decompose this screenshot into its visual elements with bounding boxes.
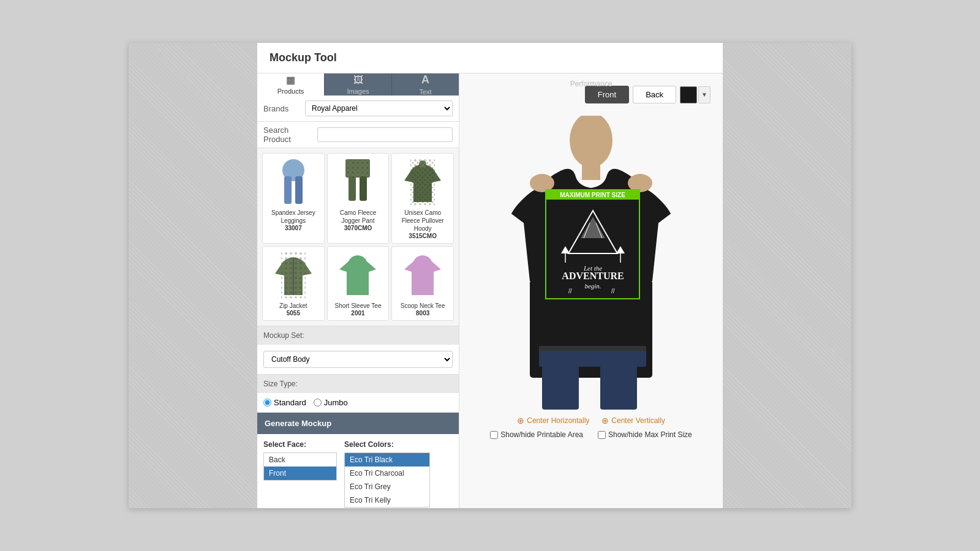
tab-text-label: Text (419, 88, 431, 96)
content-row: ▦ Products 🖼 Images A Text (257, 73, 723, 508)
product-card-tee[interactable]: Short Sleeve Tee 2001 (327, 246, 390, 321)
radio-jumbo[interactable]: Jumbo (314, 398, 348, 407)
tab-products[interactable]: ▦ Products (257, 73, 325, 96)
swatch-dropdown-arrow[interactable]: ▼ (698, 86, 710, 103)
product-name-camo-jogger: Camo Fleece Jogger Pant (331, 209, 385, 225)
outer-wrapper: Mockup Tool ▦ Products 🖼 Images (0, 0, 980, 551)
radio-standard-input[interactable] (263, 399, 271, 407)
face-item-back[interactable]: Back (264, 453, 336, 467)
svg-rect-20 (582, 162, 600, 180)
bottom-controls: ⊕ Center Horizontally ⊕ Center Verticall… (490, 416, 692, 439)
svg-rect-4 (349, 176, 356, 201)
radio-standard-label: Standard (274, 398, 306, 407)
align-buttons: ⊕ Center Horizontally ⊕ Center Verticall… (517, 416, 665, 425)
products-icon: ▦ (286, 74, 295, 86)
app-title: Mockup Tool (270, 51, 337, 64)
product-img-tee (333, 250, 382, 299)
svg-rect-11 (410, 159, 435, 205)
face-list: Back Front (263, 452, 337, 481)
print-area: MAXIMUM PRINT SIZE (545, 189, 640, 299)
svg-text:ADVENTURE: ADVENTURE (562, 271, 624, 281)
show-max-print-option[interactable]: Show/hide Max Print Size (598, 430, 692, 439)
product-card-purple[interactable]: Scoop Neck Tee 8003 (391, 246, 454, 321)
color-item-eco-tri-kelly[interactable]: Eco Tri Kelly (345, 493, 429, 507)
product-grid: Spandex Jersey Leggings 33007 (257, 148, 459, 326)
color-item-eco-tri-grey[interactable]: Eco Tri Grey (345, 480, 429, 493)
product-img-leggings (269, 157, 318, 206)
show-max-print-label: Show/hide Max Print Size (608, 430, 692, 439)
right-decorative-panel (723, 43, 851, 508)
product-img-camo-hoodie (398, 157, 447, 206)
product-img-purple (398, 250, 447, 299)
color-list: Eco Tri Black Eco Tri Charcoal Eco Tri G… (344, 452, 430, 508)
svg-marker-29 (581, 217, 605, 238)
mockup-set-row: Cutoff Body Full Body Ghost (257, 345, 459, 374)
text-icon: A (421, 73, 429, 86)
select-face-label: Select Face: (263, 440, 337, 449)
view-front-button[interactable]: Front (585, 86, 629, 103)
color-item-eco-tri-black[interactable]: Eco Tri Black (345, 453, 429, 467)
product-card-camo-hoodie[interactable]: Unisex Camo Fleece Pullover Hoody 3515CM… (391, 153, 454, 244)
brands-label: Brands (263, 104, 300, 113)
images-icon: 🖼 (353, 75, 363, 86)
tab-images[interactable]: 🖼 Images (325, 73, 392, 96)
search-input[interactable] (317, 127, 453, 142)
tab-products-label: Products (277, 88, 304, 95)
center-v-label: Center Vertically (611, 416, 665, 425)
product-img-zip (269, 250, 318, 299)
product-code-purple: 8003 (396, 310, 450, 317)
svg-text:begin.: begin. (584, 282, 601, 290)
mockup-set-label: Mockup Set: (263, 331, 304, 340)
generate-header: Generate Mockup (257, 413, 459, 434)
product-img-camo-jogger (333, 157, 382, 206)
brands-select[interactable]: Royal Apparel Alternative Apparel Bella+… (305, 100, 453, 116)
svg-point-19 (570, 116, 612, 168)
radio-jumbo-label: Jumbo (324, 398, 348, 407)
select-area: Select Face: Back Front Select Colors: E… (257, 434, 459, 508)
show-printable-area-checkbox[interactable] (490, 431, 498, 439)
center-horizontal-button[interactable]: ⊕ Center Horizontally (517, 416, 589, 425)
product-card-camo-jogger[interactable]: Camo Fleece Jogger Pant 3070CMO (327, 153, 390, 244)
svg-rect-1 (284, 176, 292, 204)
product-card-leggings[interactable]: Spandex Jersey Leggings 33007 (262, 153, 325, 244)
product-name-leggings: Spandex Jersey Leggings (266, 209, 320, 225)
product-code-camo-jogger: 3070CMO (331, 225, 385, 231)
product-code-camo-hoodie: 3515CMO (396, 233, 450, 239)
product-code-zip: 5055 (266, 310, 320, 317)
size-type-label: Size Type: (263, 380, 298, 388)
size-type-section: Size Type: (257, 374, 459, 393)
shirt-color-swatch[interactable] (680, 86, 697, 103)
search-label: Search Product (263, 126, 312, 144)
svg-text://: // (611, 288, 615, 294)
face-column: Select Face: Back Front (263, 440, 337, 508)
center-v-icon: ⊕ (601, 416, 609, 425)
svg-marker-33 (561, 246, 570, 253)
show-printable-area-option[interactable]: Show/hide Printable Area (490, 430, 583, 439)
product-card-zip[interactable]: Zip Jacket 5055 (262, 246, 325, 321)
print-area-content: Let the ADVENTURE begin. // // (545, 200, 641, 304)
center-h-icon: ⊕ (517, 416, 524, 425)
svg-rect-5 (360, 176, 367, 201)
left-decorative-panel (129, 43, 257, 508)
face-item-front[interactable]: Front (264, 467, 336, 480)
center-vertical-button[interactable]: ⊕ Center Vertically (601, 416, 665, 425)
tab-text[interactable]: A Text (392, 73, 459, 96)
radio-jumbo-input[interactable] (314, 399, 322, 407)
product-name-tee: Short Sleeve Tee (331, 302, 385, 310)
radio-standard[interactable]: Standard (263, 398, 306, 407)
size-type-row: Standard Jumbo (257, 393, 459, 413)
colors-column: Select Colors: Eco Tri Black Eco Tri Cha… (344, 440, 430, 508)
checkboxes-row: Show/hide Printable Area Show/hide Max P… (490, 430, 692, 439)
product-name-zip: Zip Jacket (266, 302, 320, 310)
performance-label: Performance (570, 80, 612, 88)
svg-rect-2 (295, 176, 303, 204)
svg-text://: // (568, 288, 572, 294)
svg-rect-16 (281, 252, 306, 298)
mockup-set-section: Mockup Set: (257, 326, 459, 345)
product-code-tee: 2001 (331, 310, 385, 317)
show-max-print-checkbox[interactable] (598, 431, 606, 439)
product-name-purple: Scoop Neck Tee (396, 302, 450, 310)
view-back-button[interactable]: Back (633, 86, 676, 103)
color-item-eco-tri-charcoal[interactable]: Eco Tri Charcoal (345, 467, 429, 480)
mockup-set-select[interactable]: Cutoff Body Full Body Ghost (263, 351, 453, 368)
